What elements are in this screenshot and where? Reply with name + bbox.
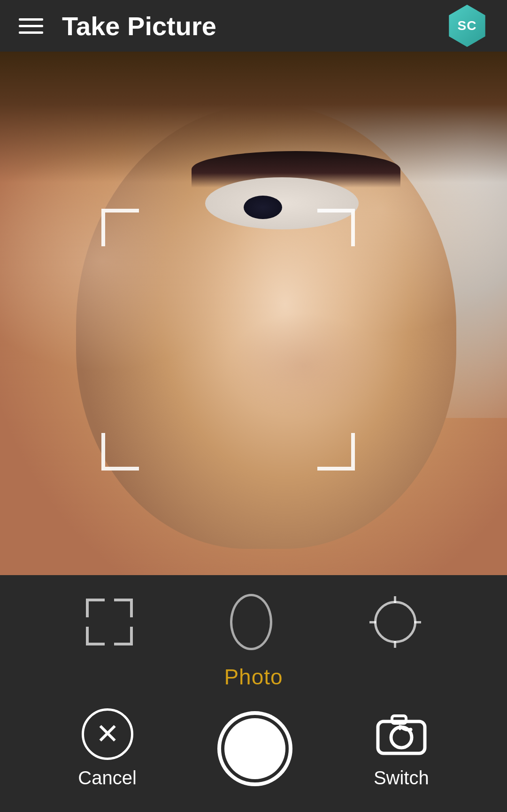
fc-bl <box>86 627 105 645</box>
fc-tl <box>86 599 105 617</box>
shutter-outer-ring <box>217 711 292 786</box>
eye-region <box>177 146 456 250</box>
avatar-initials: SC <box>458 18 477 33</box>
cancel-button[interactable]: ✕ Cancel <box>78 708 137 789</box>
svg-rect-2 <box>392 716 406 723</box>
focus-brackets-icon[interactable] <box>86 599 133 645</box>
mode-label: Photo <box>224 664 283 690</box>
control-panel: Photo ✕ Cancel <box>0 575 507 812</box>
shutter-inner-circle <box>224 718 285 779</box>
cancel-label: Cancel <box>78 767 137 789</box>
camera-svg <box>376 708 427 760</box>
x-mark-icon: ✕ <box>96 720 119 748</box>
eye-white <box>205 177 359 230</box>
crosshair-gap-v <box>394 603 396 641</box>
switch-label: Switch <box>374 767 429 789</box>
crosshair-icon[interactable] <box>369 596 421 648</box>
page-title: Take Picture <box>62 11 446 41</box>
switch-camera-icon <box>376 708 427 760</box>
fc-br <box>114 627 133 645</box>
camera-viewfinder[interactable] <box>0 52 507 575</box>
switch-camera-button[interactable]: Switch <box>374 708 429 789</box>
eye-pupil <box>244 196 282 219</box>
shutter-button[interactable] <box>217 711 292 786</box>
face-oval-icon[interactable] <box>230 594 272 650</box>
cancel-circle: ✕ <box>82 708 133 760</box>
header: Take Picture SC <box>0 0 507 52</box>
avatar[interactable]: SC <box>446 5 488 47</box>
controls-top-row <box>0 594 507 650</box>
controls-bottom-row: ✕ Cancel <box>0 708 507 789</box>
fc-tr <box>114 599 133 617</box>
menu-button[interactable] <box>19 18 43 34</box>
